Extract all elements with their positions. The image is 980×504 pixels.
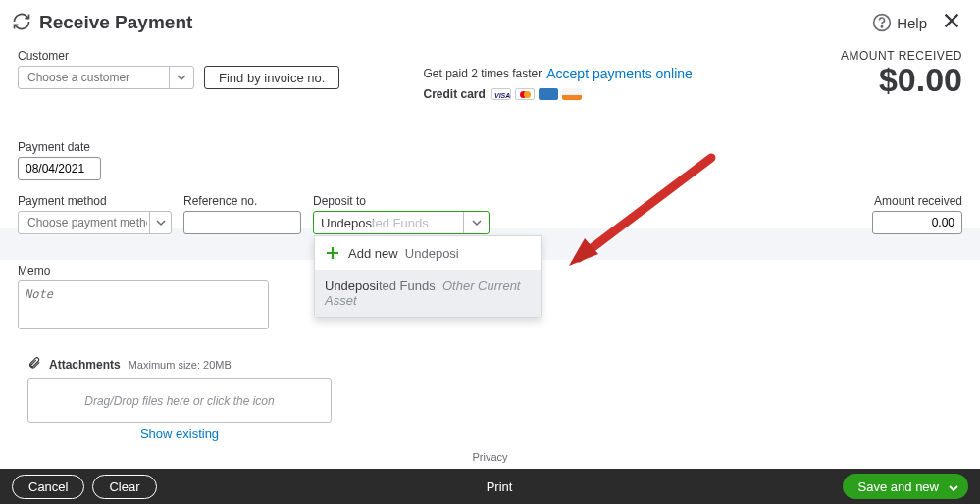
payment-date-input[interactable]: [18, 157, 101, 180]
payment-method-input[interactable]: [26, 215, 149, 230]
accept-payments-link[interactable]: Accept payments online: [546, 66, 693, 81]
help-button[interactable]: Help: [872, 13, 927, 32]
customer-select[interactable]: [18, 66, 194, 89]
privacy-link[interactable]: Privacy: [0, 451, 980, 463]
getpaid-promo: Get paid 2 times faster Accept payments …: [424, 66, 693, 101]
amount-received-input[interactable]: [872, 211, 962, 234]
attachments-maxsize: Maximum size: 20MB: [129, 359, 232, 371]
deposit-autocomplete-ghost: ted Funds: [372, 216, 429, 230]
receive-payment-icon: [12, 12, 31, 34]
clear-button[interactable]: Clear: [92, 475, 156, 499]
reference-no-label: Reference no.: [183, 194, 301, 208]
memo-label: Memo: [18, 264, 962, 277]
customer-input[interactable]: [26, 70, 172, 85]
deposit-to-select[interactable]: Undeposited Funds Add new Undeposi: [313, 211, 490, 234]
payment-method-select[interactable]: [18, 211, 172, 234]
find-by-invoice-button[interactable]: Find by invoice no.: [204, 66, 339, 89]
visa-icon: VISA: [491, 88, 511, 100]
svg-text:VISA: VISA: [494, 92, 510, 99]
cc-card-icons: VISA: [491, 88, 582, 100]
amount-received-value: $0.00: [776, 63, 962, 96]
amount-received-field-label: Amount received: [874, 194, 962, 208]
svg-point-1: [881, 26, 882, 27]
show-existing-link[interactable]: Show existing: [27, 427, 332, 441]
paperclip-icon: [27, 356, 41, 373]
chevron-down-icon[interactable]: [149, 212, 171, 233]
save-and-new-button[interactable]: Save and new: [843, 474, 968, 499]
attachments-label: Attachments: [49, 358, 121, 372]
memo-input[interactable]: [18, 280, 269, 329]
discover-icon: [562, 88, 582, 100]
close-icon[interactable]: [941, 10, 962, 35]
cancel-button[interactable]: Cancel: [12, 475, 84, 499]
attachments-dropzone[interactable]: Drag/Drop files here or click the icon: [27, 378, 332, 423]
help-icon: [872, 13, 892, 32]
chevron-down-icon[interactable]: [463, 212, 489, 233]
print-link[interactable]: Print: [487, 479, 513, 494]
payment-method-label: Payment method: [18, 194, 172, 208]
chevron-down-icon: [949, 481, 958, 491]
page-title: Receive Payment: [39, 12, 192, 33]
amex-icon: [539, 88, 558, 100]
plus-icon: [325, 245, 340, 261]
mastercard-icon: [515, 88, 535, 100]
deposit-to-label: Deposit to: [313, 194, 490, 208]
deposit-typed-text: Undeposi: [321, 216, 375, 230]
customer-label: Customer: [18, 49, 339, 63]
credit-card-label: Credit card: [424, 87, 486, 101]
payment-date-label: Payment date: [18, 140, 962, 154]
chevron-down-icon[interactable]: [169, 67, 193, 88]
reference-no-input[interactable]: [183, 211, 301, 234]
